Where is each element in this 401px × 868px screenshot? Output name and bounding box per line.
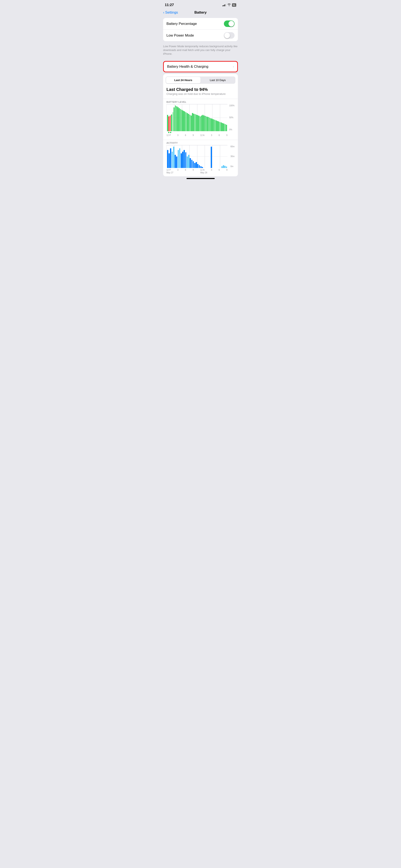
nav-bar: ‹ Settings Battery: [160, 9, 241, 18]
activity-bar: [191, 145, 192, 168]
battery-level-chart: 100% 50% 0%: [166, 104, 235, 131]
battery-bar: [168, 116, 169, 131]
chevron-right-icon: ›: [233, 65, 234, 68]
activity-bar: [203, 145, 205, 168]
battery-bar: [221, 122, 222, 131]
battery-bar: [205, 116, 206, 131]
activity-bar: [224, 145, 225, 168]
battery-bar: [214, 120, 215, 131]
battery-bar: [210, 118, 211, 131]
date-may28: May 28: [200, 172, 207, 174]
toggle-knob-2: [224, 33, 230, 38]
status-bar: 11:27 51: [160, 0, 241, 9]
back-button[interactable]: ‹ Settings: [163, 10, 178, 14]
activity-bar: [176, 145, 177, 168]
activity-bar: [220, 145, 221, 168]
low-power-mode-label: Low Power Mode: [166, 33, 194, 38]
low-power-mode-toggle[interactable]: [224, 32, 235, 39]
y-label-50: 50%: [229, 116, 235, 119]
battery-bar: [183, 111, 184, 131]
activity-x-labels: 12 P 3 6 9 12 A 3 6 9: [166, 168, 227, 171]
x-label-3a: 3: [177, 134, 179, 136]
activity-bar: [172, 145, 173, 168]
battery-bar: [175, 105, 176, 131]
date-labels: May 27 May 28: [166, 171, 227, 176]
segment-10days[interactable]: Last 10 Days: [201, 77, 235, 83]
date-may27: May 27: [166, 172, 173, 174]
activity-bar: [187, 145, 188, 168]
ax-label-12p: 12 P: [166, 169, 171, 171]
ax-label-9b: 9: [226, 169, 227, 171]
battery-bar: [196, 115, 197, 131]
battery-bar: [174, 107, 175, 131]
battery-level-section: BATTERY LEVEL 100% 50% 0%: [163, 100, 238, 137]
battery-bar: [203, 115, 204, 131]
activity-bar: [226, 145, 227, 168]
charge-info: Last Charged to 94% Charging was on hold…: [163, 86, 238, 96]
battery-bar: [182, 110, 183, 131]
activity-bar: [217, 145, 218, 168]
home-indicator: [186, 178, 215, 179]
activity-bars-container: [167, 145, 227, 168]
battery-bar: [178, 107, 179, 131]
charge-subtitle: Charging was on hold due to iPhone tempe…: [166, 92, 235, 95]
battery-bar: [206, 117, 207, 131]
activity-bar: [205, 145, 206, 168]
battery-bar: [189, 115, 190, 131]
battery-bar: [225, 124, 226, 131]
usage-card: Last 24 Hours Last 10 Days Last Charged …: [163, 74, 238, 176]
activity-bar: [178, 145, 179, 168]
battery-bar: [198, 116, 199, 131]
activity-bar: [209, 145, 211, 168]
ax-label-6b: 6: [219, 169, 220, 171]
battery-bar: [219, 122, 220, 131]
battery-status-icon: 51: [232, 3, 236, 7]
y-label-30m: 30m: [230, 155, 235, 157]
battery-bar: [226, 125, 227, 131]
battery-health-row[interactable]: Battery Health & Charging ›: [164, 62, 237, 72]
battery-health-label: Battery Health & Charging: [167, 65, 209, 69]
activity-section: ACTIVITY 60m 30m 0m: [163, 141, 238, 176]
activity-bar: [223, 145, 224, 168]
activity-bar: [221, 145, 223, 168]
activity-bar: [173, 145, 175, 168]
activity-bar: [211, 145, 212, 168]
charge-title: Last Charged to 94%: [166, 87, 235, 92]
chevron-left-icon: ‹: [163, 10, 164, 14]
activity-bar: [185, 145, 186, 168]
activity-bar: [179, 145, 181, 168]
battery-bar: [217, 121, 218, 131]
battery-bar: [185, 112, 186, 131]
battery-bar: [216, 120, 217, 131]
ax-label-3b: 3: [211, 169, 212, 171]
activity-bar: [167, 145, 168, 168]
low-power-description: Low Power Mode temporarily reduces backg…: [160, 43, 241, 59]
activity-bar: [188, 145, 189, 168]
battery-bar: [222, 123, 223, 131]
activity-bar: [196, 145, 197, 168]
battery-bar: [176, 106, 177, 131]
activity-bar: [175, 145, 176, 168]
segment-control[interactable]: Last 24 Hours Last 10 Days: [165, 76, 236, 84]
segment-24hours[interactable]: Last 24 Hours: [166, 77, 201, 83]
ax-label-3a: 3: [177, 169, 179, 171]
activity-bar: [202, 145, 203, 168]
x-label-6a: 6: [185, 134, 186, 136]
x-label-9b: 9: [226, 134, 227, 136]
toggle-knob: [228, 21, 234, 27]
battery-bar: [193, 114, 194, 131]
battery-percentage-toggle[interactable]: [224, 21, 235, 27]
activity-bar: [200, 145, 202, 168]
activity-bar: [193, 145, 194, 168]
low-power-mode-row: Low Power Mode: [163, 29, 238, 41]
x-label-9a: 9: [192, 134, 194, 136]
activity-bar: [181, 145, 182, 168]
ax-label-6a: 6: [185, 169, 186, 171]
battery-health-card[interactable]: Battery Health & Charging ›: [163, 61, 238, 72]
battery-bar: [212, 119, 213, 131]
status-time: 11:27: [165, 3, 174, 7]
x-label-6b: 6: [219, 134, 220, 136]
signal-bars-icon: [222, 4, 226, 6]
charge-dot-1: [168, 132, 169, 133]
battery-bar: [192, 113, 193, 131]
